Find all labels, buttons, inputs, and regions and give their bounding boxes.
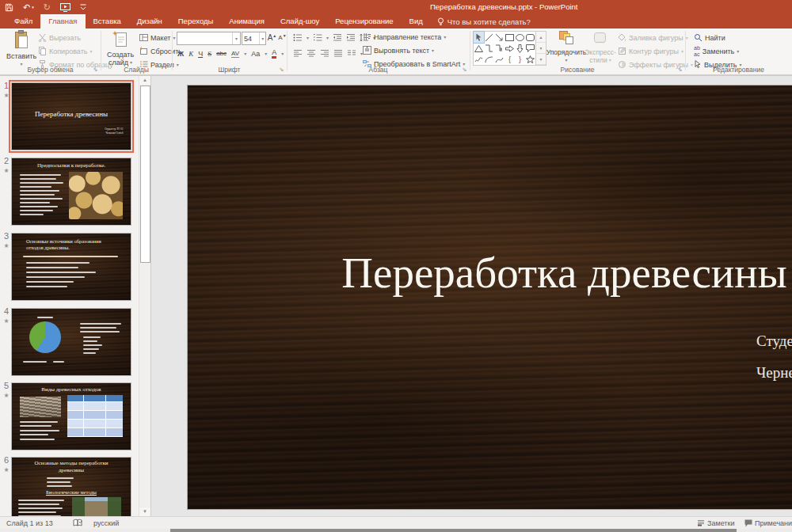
save-icon[interactable] (5, 3, 13, 12)
tab-view[interactable]: Вид (402, 14, 431, 28)
shape-right-brace[interactable]: } (515, 54, 525, 65)
horizontal-scrollbar-thumb[interactable] (170, 529, 737, 532)
font-color-button[interactable]: A (272, 49, 276, 59)
shape-rectangle[interactable] (505, 32, 515, 43)
tab-insert[interactable]: Вставка (86, 14, 129, 28)
character-spacing-button[interactable]: AV (231, 50, 239, 58)
shape-arc[interactable] (484, 54, 494, 65)
new-slide-button[interactable]: Создать слайд▾ (105, 30, 136, 66)
thumbnail-scrollbar-thumb[interactable] (140, 86, 150, 263)
strikethrough-button[interactable]: S (208, 50, 211, 58)
align-right-icon[interactable] (320, 49, 329, 58)
change-case-button[interactable]: Aa (251, 50, 260, 58)
italic-button[interactable]: К (188, 50, 193, 58)
shape-curve[interactable] (494, 54, 505, 65)
tab-design[interactable]: Дизайн (129, 14, 170, 28)
increase-indent-icon[interactable] (346, 33, 356, 42)
underline-button[interactable]: Ч (198, 50, 203, 58)
main-slide-credit-line-2[interactable]: Черненко Сергей (756, 364, 792, 382)
quick-styles-button[interactable]: Экспресс- стили▾ (585, 30, 615, 64)
shapes-scroll-down[interactable]: ▼ (536, 43, 546, 54)
cut-button[interactable]: Вырезать (38, 32, 81, 44)
shape-outline-button[interactable]: Контур фигуры▾ (618, 45, 683, 57)
drawing-dialog-launcher[interactable]: ⇘ (676, 66, 683, 73)
spellcheck-icon[interactable] (73, 517, 82, 529)
bold-button[interactable]: Ж (177, 50, 184, 58)
copy-button[interactable]: Копировать ▾ (38, 45, 92, 57)
shape-triangle[interactable] (474, 43, 484, 54)
redo-icon[interactable]: ↻ (44, 1, 51, 13)
shape-star[interactable] (525, 54, 535, 65)
grow-font-button[interactable]: A▲ (267, 32, 277, 44)
slide-thumbnail-5[interactable]: Виды древесных отходов (11, 382, 131, 450)
font-name-input[interactable] (177, 35, 232, 43)
shape-freeform-1[interactable] (484, 43, 494, 54)
start-slideshow-icon[interactable] (60, 3, 70, 12)
shapes-scroll-up[interactable]: ▲ (536, 32, 546, 43)
shape-left-brace[interactable]: { (505, 54, 515, 65)
thumbnail-scroll-down-icon[interactable]: ▼ (139, 507, 150, 516)
arrange-button[interactable]: Упорядочить ▾ (548, 30, 584, 64)
shape-line[interactable] (484, 32, 494, 43)
decrease-indent-icon[interactable] (333, 33, 342, 42)
text-shadow-button[interactable]: abc (216, 50, 227, 57)
paragraph-dialog-launcher[interactable]: ⇘ (461, 66, 468, 73)
clipboard-dialog-launcher[interactable]: ⇘ (92, 66, 99, 73)
font-name-dropdown-icon[interactable]: ▾ (232, 32, 240, 44)
font-name-combobox[interactable]: ▾ (177, 32, 241, 45)
slide-thumbnail-6[interactable]: Основные методы переработки древесины Би… (11, 457, 131, 516)
bullets-icon[interactable] (293, 33, 303, 42)
shape-fill-button[interactable]: Заливка фигуры▾ (618, 32, 688, 44)
shapes-more-button[interactable]: ▼ (536, 54, 546, 65)
shape-arrow[interactable] (494, 32, 505, 43)
text-direction-button[interactable]: Направление текста▾ (363, 31, 446, 43)
undo-icon[interactable]: ↶▾ (23, 1, 34, 13)
notes-button[interactable]: Заметки (697, 517, 734, 529)
tab-transitions[interactable]: Переходы (170, 14, 222, 28)
horizontal-scrollbar[interactable] (0, 529, 792, 532)
slide-thumbnail-panel: 1 ★ Переработка древесины Студент гр. ТС… (0, 76, 150, 516)
tab-slideshow[interactable]: Слайд-шоу (272, 14, 327, 28)
columns-icon[interactable] (347, 49, 356, 58)
tell-me-box[interactable]: Что вы хотите сделать? (431, 14, 537, 28)
tab-file[interactable]: Файл (6, 14, 40, 28)
font-dialog-launcher[interactable]: ⇘ (278, 66, 285, 73)
shape-scribble[interactable] (474, 54, 484, 65)
shape-down-arrow[interactable] (515, 43, 525, 54)
slide-thumbnail-2[interactable]: Предпосылки к переработке. (11, 158, 131, 226)
numbering-icon[interactable] (313, 33, 322, 42)
shape-right-arrow[interactable] (505, 43, 515, 54)
slide-thumbnail-1[interactable]: Переработка древесины Студент гр. ТС-13 … (11, 82, 131, 150)
replace-button[interactable]: abac Заменить▾ (694, 45, 739, 57)
shape-select-tool[interactable] (474, 32, 484, 43)
main-slide-title[interactable]: Переработка древесины (188, 248, 792, 298)
comments-button[interactable]: Примечания (744, 517, 792, 529)
main-slide-credit-line-1[interactable]: Студент гр. ТС-13 (756, 332, 792, 350)
align-center-icon[interactable] (307, 49, 316, 58)
find-button[interactable]: Найти (694, 32, 725, 44)
tab-animations[interactable]: Анимация (221, 14, 272, 28)
align-left-icon[interactable] (293, 49, 303, 58)
shape-elbow-arrow[interactable] (494, 43, 505, 54)
font-size-dropdown-icon[interactable]: ▾ (259, 32, 265, 44)
language-indicator[interactable]: русский (93, 517, 119, 529)
shape-rounded-rectangle[interactable] (525, 32, 535, 43)
tab-review[interactable]: Рецензирование (327, 14, 401, 28)
tab-home[interactable]: Главная (40, 14, 85, 28)
customize-toolbar-icon[interactable] (80, 4, 86, 11)
slide-thumbnail-3[interactable]: Основные источники образования отходов д… (11, 233, 131, 301)
font-size-input[interactable] (242, 35, 259, 43)
main-slide[interactable]: Переработка древесины Студент гр. ТС-13 … (187, 85, 792, 510)
justify-icon[interactable] (333, 49, 343, 58)
layout-button[interactable]: Макет▾ (139, 32, 176, 44)
font-size-combobox[interactable]: ▾ (242, 32, 266, 45)
shape-callout[interactable] (525, 43, 535, 54)
thumbnail-scrollbar[interactable]: ▲ ▼ (139, 76, 150, 516)
paste-button[interactable]: Вставить ▾ (6, 30, 36, 68)
reset-slide-button[interactable]: Сбросить (139, 45, 182, 57)
thumbnail-scroll-up-icon[interactable]: ▲ (139, 76, 150, 85)
slide-counter[interactable]: Слайд 1 из 13 (6, 517, 53, 529)
shape-oval[interactable] (515, 32, 525, 43)
align-text-button[interactable]: Выровнять текст▾ (363, 44, 434, 56)
slide-thumbnail-4[interactable] (11, 308, 131, 376)
